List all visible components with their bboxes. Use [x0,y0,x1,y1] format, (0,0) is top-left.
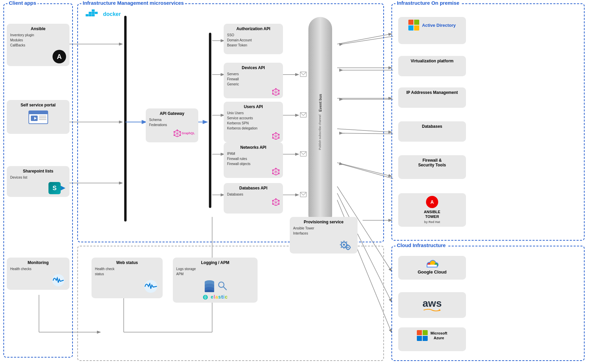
search-icon [218,281,227,290]
svg-rect-49 [92,9,95,12]
svg-rect-51 [29,111,48,114]
azure-label: MicrosoftAzure [430,331,447,341]
sharepoint-icon: S [48,182,61,194]
networks-api-title: Networks API [227,145,280,150]
logging-apm-box: Logging / APM Logs storage APM [173,258,258,303]
networks-api-box: Networks API IPAM Firewall rules Firewal… [224,142,283,178]
devices-api-box: Devices API Servers Firewall Generic [224,63,283,98]
windows-logo [408,20,419,31]
sharepoint-items: Devices list [10,175,66,180]
google-cloud-box: Google Cloud [398,256,466,280]
virtualization-title: Virtualization platform [402,59,463,63]
gears-icon [337,237,354,251]
api-gateway-box: API Gateway Schema Federations [146,108,198,142]
health-icon [50,274,66,287]
svg-rect-54 [39,116,46,117]
onprem-databases-title: Databases [402,124,463,129]
client-apps-title: Client apps [7,0,38,6]
graphql-networks-icon [272,168,280,175]
ip-addresses-title: IP Addresses Management [402,90,463,95]
aws-label: aws [423,298,442,308]
self-service-icon [28,110,48,125]
onprem-title: Infrastructure On premise [395,0,461,6]
graphql-databases-icon [272,198,280,206]
provisioning-items: Ansible Tower Interfaces [293,226,354,236]
sharepoint-box: Sharepoint lists Devices list S [7,166,69,197]
svg-rect-55 [39,117,46,118]
svg-marker-57 [61,186,65,190]
ansible-tower-label: ANSIBLETOWERby Red Hat [424,209,440,224]
graphql-users-icon [272,132,280,140]
auth-api-title: Authorization API [227,26,280,31]
sharepoint-title: Sharepoint lists [10,169,66,174]
svg-line-143 [223,287,226,290]
svg-point-145 [204,295,207,299]
svg-point-110 [343,244,345,246]
web-status-title: Web status [95,260,159,265]
elastic-icon [203,295,208,300]
users-api-title: Users API [227,104,280,109]
web-status-items: Health check status [95,266,159,277]
ansible-items: Inventory plugin Modules CallBacks [10,33,66,48]
active-directory-label: Active Directory [422,23,456,28]
svg-point-120 [347,247,349,248]
aws-box: aws [398,292,466,318]
svg-rect-56 [39,119,46,120]
ansible-icon: A [53,50,66,63]
networks-api-items: IPAM Firewall rules Firewall objects [227,151,280,166]
architecture-diagram: 🔒 Client apps Infrastructure Management … [0,0,589,364]
devices-api-items: Servers Firewall Generic [227,72,280,87]
svg-line-117 [346,242,347,242]
svg-rect-46 [89,12,92,14]
active-directory-box: Active Directory [398,17,466,44]
databases-api-title: Databases API [227,186,280,190]
web-status-box: Web status Health check status [92,258,163,298]
database-stack-icon [203,279,216,292]
ansible-title: Ansible [10,26,66,31]
event-bus: Event bus Publish subscribe channel [308,17,332,227]
web-status-health-icon [142,279,159,294]
ansible-box: Ansible Inventory plugin Modules CallBac… [7,24,69,66]
graphql-gateway-label: GraphQL [182,132,195,135]
event-bus-sublabel: Publish subscribe channel [318,115,322,150]
azure-box: MicrosoftAzure [398,327,466,351]
ansible-tower-box: A ANSIBLETOWERby Red Hat [398,193,466,227]
azure-logo [417,330,428,341]
svg-line-115 [341,242,342,242]
infrastructure-title: Infrastructure Management microservices [81,0,185,6]
elastic-logo: elastic [203,294,228,300]
firewall-title: Firewall &Security Tools [402,158,463,167]
svg-rect-44 [89,14,92,16]
svg-rect-132 [427,265,437,267]
provisioning-title: Provisioning service [293,220,354,224]
monitoring-items: Health checks [10,266,66,271]
google-cloud-icon [425,259,439,268]
devices-api-title: Devices API [227,65,280,70]
docker-logo: docker [84,7,121,21]
svg-line-118 [341,247,342,248]
svg-rect-45 [92,14,95,16]
auth-api-items: SSO Domain Account Bearer Token [227,33,280,48]
monitoring-box: Monitoring Health checks [7,258,69,290]
ip-addresses-box: IP Addresses Management [398,87,466,108]
google-cloud-label: Google Cloud [418,269,446,275]
databases-api-items: Databases [227,192,280,197]
logging-apm-title: Logging / APM [176,260,254,265]
firewall-box: Firewall &Security Tools [398,155,466,179]
api-gateway-title: API Gateway [149,111,195,116]
users-api-items: Unix Users Service accounts Kerberos SPN… [227,110,280,131]
logging-apm-items: Logs storage APM [176,266,254,277]
api-gateway-items: Schema Federations [149,117,195,127]
svg-rect-47 [92,12,95,14]
self-service-box: Self service portal [7,100,69,134]
svg-rect-48 [95,12,98,14]
svg-rect-43 [86,14,88,16]
virtualization-box: Virtualization platform [398,56,466,76]
cloud-title: Cloud Infrastructure [395,242,447,248]
onprem-databases-box: Databases [398,121,466,142]
event-bus-label: Event bus [318,94,323,112]
auth-api-box: Authorization API SSO Domain Account Bea… [224,24,283,54]
ansible-tower-logo: A [426,196,438,208]
docker-text: docker [103,11,121,17]
svg-marker-133 [439,309,441,311]
